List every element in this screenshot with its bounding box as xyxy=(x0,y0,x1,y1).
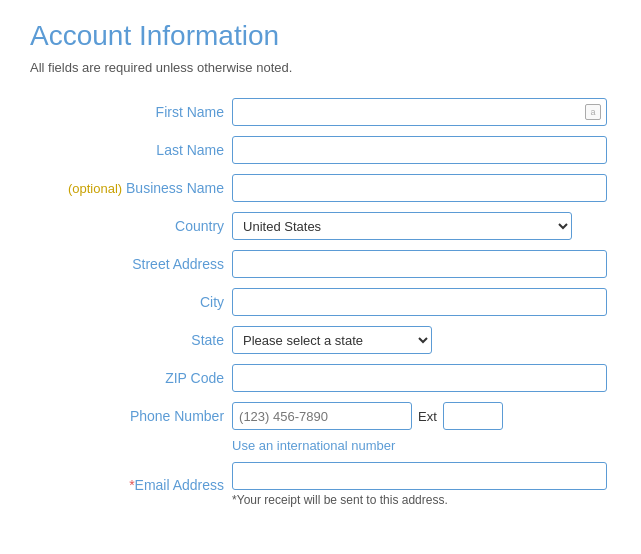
email-row: *Email Address *Your receipt will be sen… xyxy=(30,457,611,512)
phone-number-input[interactable] xyxy=(232,402,412,430)
state-row: State Please select a state Alabama Alas… xyxy=(30,321,611,359)
page-title: Account Information xyxy=(30,20,611,52)
last-name-row: Last Name xyxy=(30,131,611,169)
zip-code-label: ZIP Code xyxy=(30,359,228,397)
ext-input[interactable] xyxy=(443,402,503,430)
email-label: *Email Address xyxy=(30,457,228,512)
city-input[interactable] xyxy=(232,288,607,316)
business-name-label: (optional) Business Name xyxy=(30,169,228,207)
autofill-icon: a xyxy=(585,104,601,120)
intl-number-link[interactable]: Use an international number xyxy=(232,438,395,453)
phone-row: Ext xyxy=(232,402,607,430)
email-note: *Your receipt will be sent to this addre… xyxy=(232,493,607,507)
last-name-input[interactable] xyxy=(232,136,607,164)
phone-number-label: Phone Number xyxy=(30,397,228,435)
email-input[interactable] xyxy=(232,462,607,490)
zip-code-row: ZIP Code xyxy=(30,359,611,397)
first-name-input[interactable] xyxy=(232,98,607,126)
city-label: City xyxy=(30,283,228,321)
zip-code-input[interactable] xyxy=(232,364,607,392)
business-name-row: (optional) Business Name xyxy=(30,169,611,207)
first-name-wrapper: a xyxy=(232,98,607,126)
country-row: Country United States Canada United King… xyxy=(30,207,611,245)
first-name-label: First Name xyxy=(30,93,228,131)
street-address-input[interactable] xyxy=(232,250,607,278)
ext-label: Ext xyxy=(418,409,437,424)
phone-number-row: Phone Number Ext xyxy=(30,397,611,435)
business-name-label-text: Business Name xyxy=(126,180,224,196)
account-form: First Name a Last Name (optional) Busine… xyxy=(30,93,611,512)
state-select[interactable]: Please select a state Alabama Alaska Ari… xyxy=(232,326,432,354)
first-name-row: First Name a xyxy=(30,93,611,131)
optional-tag: (optional) xyxy=(68,181,122,196)
state-label: State xyxy=(30,321,228,359)
street-address-row: Street Address xyxy=(30,245,611,283)
last-name-label: Last Name xyxy=(30,131,228,169)
country-select[interactable]: United States Canada United Kingdom Aust… xyxy=(232,212,572,240)
street-address-label: Street Address xyxy=(30,245,228,283)
form-subtitle: All fields are required unless otherwise… xyxy=(30,60,611,75)
intl-link-row: Use an international number xyxy=(30,435,611,457)
business-name-input[interactable] xyxy=(232,174,607,202)
city-row: City xyxy=(30,283,611,321)
email-label-text: Email Address xyxy=(135,477,224,493)
country-label: Country xyxy=(30,207,228,245)
